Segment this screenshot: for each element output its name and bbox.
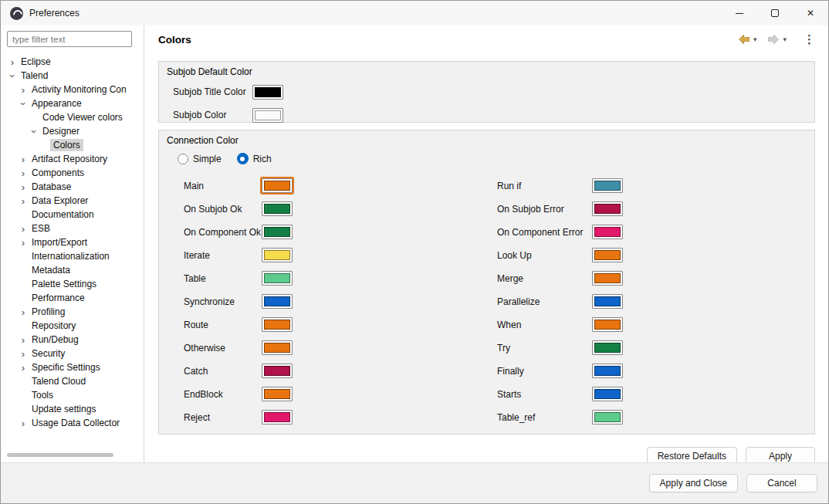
close-button[interactable]: ✕ [793,1,828,25]
chevron-down-icon[interactable]: › [29,126,39,137]
chevron-right-icon[interactable]: › [18,224,29,234]
color-swatch-finally[interactable] [592,364,623,378]
tree-item-components[interactable]: ›Components [1,166,143,180]
color-swatch-run-if[interactable] [592,178,623,193]
tree-item-tools[interactable]: Tools [1,388,143,402]
chevron-right-icon[interactable]: › [18,349,29,359]
tree-item-eclipse[interactable]: ›Eclipse [1,55,143,69]
chevron-right-icon[interactable]: › [18,418,29,428]
swatch-color [264,366,290,376]
color-swatch-when[interactable] [592,317,623,332]
tree-item-talend[interactable]: ›Talend [1,69,143,83]
swatch-color [594,250,621,260]
tree-item-repository[interactable]: Repository [1,319,143,333]
color-swatch-on-component-error[interactable] [592,225,623,239]
color-swatch-on-component-ok[interactable] [262,225,293,239]
tree-item-colors[interactable]: Colors [1,138,143,152]
color-swatch-on-subjob-ok[interactable] [262,201,293,216]
forward-icon [767,34,780,45]
color-swatch-endblock[interactable] [262,387,293,401]
cancel-button[interactable]: Cancel [746,474,817,492]
color-swatch-look-up[interactable] [592,248,623,262]
chevron-right-icon[interactable]: › [18,168,29,178]
tree-item-label: Tools [29,389,56,401]
color-swatch-synchronize[interactable] [262,294,293,309]
tree-item-security[interactable]: ›Security [1,347,143,360]
tree-item-code-viewer-colors[interactable]: Code Viewer colors [1,110,143,124]
radio-unchecked-icon[interactable] [178,154,188,164]
connection-row-route: Route [184,317,293,332]
color-swatch-route[interactable] [262,317,293,332]
color-swatch-try[interactable] [592,340,623,355]
color-swatch-iterate[interactable] [262,248,293,262]
color-swatch-catch[interactable] [262,364,293,378]
forward-button[interactable] [766,32,781,46]
tree-item-artifact-repository[interactable]: ›Artifact Repository [1,152,143,166]
tree-item-run-debug[interactable]: ›Run/Debug [1,333,143,347]
radio-rich[interactable]: Rich [237,153,272,164]
chevron-down-icon[interactable]: › [19,98,29,109]
color-swatch-reject[interactable] [262,410,293,425]
tree-item-database[interactable]: ›Database [1,180,143,194]
tree-item-palette-settings[interactable]: Palette Settings [1,277,143,291]
color-swatch-table-ref[interactable] [592,410,623,425]
tree-item-update-settings[interactable]: Update settings [1,402,143,416]
back-history-dropdown[interactable]: ▾ [753,36,757,43]
swatch-color [264,204,290,214]
color-swatch-table[interactable] [262,271,293,286]
tree-item-data-explorer[interactable]: ›Data Explorer [1,194,143,208]
swatch-color [594,343,621,353]
swatch-color [594,389,621,399]
swatch-color [264,412,290,422]
tree-item-talend-cloud[interactable]: Talend Cloud [1,374,143,388]
swatch-color [594,296,621,306]
color-swatch-parallelize[interactable] [592,294,623,309]
color-swatch-on-subjob-error[interactable] [592,201,623,216]
color-swatch-subjob-title-color[interactable] [252,85,283,100]
radio-label: Rich [253,154,272,164]
color-swatch-subjob-color[interactable] [252,108,283,123]
tree-item-profiling[interactable]: ›Profiling [1,305,143,319]
chevron-right-icon[interactable]: › [7,57,18,67]
chevron-right-icon[interactable]: › [18,335,29,345]
color-swatch-starts[interactable] [592,387,623,401]
apply-and-close-button[interactable]: Apply and Close [649,474,738,492]
filter-input[interactable] [7,31,132,47]
tree-item-documentation[interactable]: Documentation [1,208,143,222]
connection-label: Starts [497,389,592,400]
chevron-right-icon[interactable]: › [18,363,29,373]
tree-item-metadata[interactable]: Metadata [1,263,143,277]
back-button[interactable] [736,32,752,46]
color-swatch-main[interactable] [262,178,293,193]
chevron-right-icon[interactable]: › [18,182,29,192]
tree-item-specific-settings[interactable]: ›Specific Settings [1,360,143,374]
chevron-right-icon[interactable]: › [18,154,29,164]
radio-checked-icon[interactable] [237,153,249,164]
tree-item-activity-monitoring-con[interactable]: ›Activity Monitoring Con [1,83,143,96]
title-bar[interactable]: Preferences ✕ [1,1,828,25]
tree-item-usage-data-collector[interactable]: ›Usage Data Collector [1,416,143,430]
chevron-right-icon[interactable]: › [18,238,29,248]
connection-row-merge: Merge [497,271,623,286]
horizontal-scrollbar[interactable] [7,453,113,457]
chevron-right-icon[interactable]: › [18,85,29,95]
tree-item-designer[interactable]: ›Designer [1,124,143,138]
minimize-button[interactable] [722,1,757,25]
tree-item-appearance[interactable]: ›Appearance [1,96,143,110]
chevron-down-icon[interactable]: › [8,70,18,81]
connection-row-parallelize: Parallelize [497,294,623,309]
tree-item-import-export[interactable]: ›Import/Export [1,235,143,249]
swatch-color [594,181,621,191]
tree-item-esb[interactable]: ›ESB [1,222,143,235]
tree-item-performance[interactable]: Performance [1,291,143,305]
view-menu-icon[interactable]: ⋮ [804,32,815,46]
tree-item-label: Security [29,347,68,360]
chevron-right-icon[interactable]: › [18,196,29,206]
radio-simple[interactable]: Simple [178,154,222,164]
tree-item-internationalization[interactable]: Internationalization [1,249,143,263]
color-swatch-otherwise[interactable] [262,340,293,355]
chevron-right-icon[interactable]: › [18,307,29,317]
color-swatch-merge[interactable] [592,271,623,286]
forward-history-dropdown[interactable]: ▾ [783,36,787,43]
maximize-button[interactable] [757,1,793,25]
